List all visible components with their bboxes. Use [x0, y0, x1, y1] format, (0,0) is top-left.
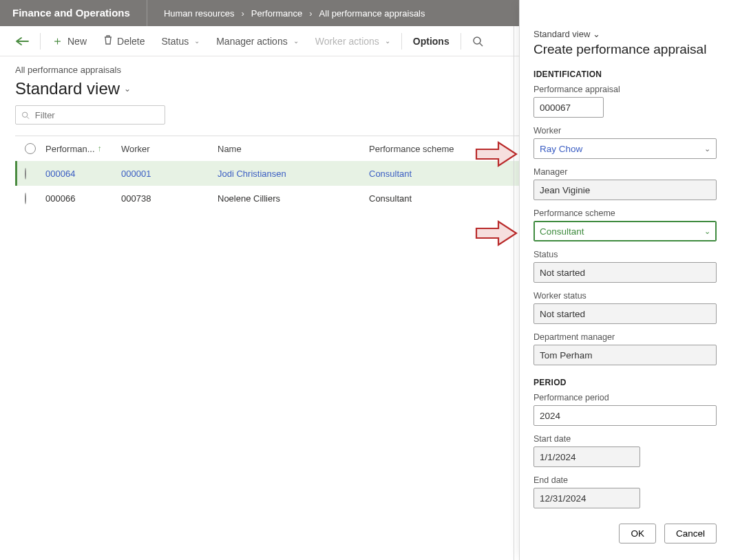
label-perf-appraisal: Performance appraisal	[533, 85, 717, 94]
dropdown-scheme[interactable]: Consultant ⌄	[533, 221, 717, 241]
search-icon	[472, 36, 483, 47]
label-scheme: Performance scheme	[533, 208, 717, 218]
chevron-down-icon: ⌄	[704, 144, 710, 153]
input-end-date[interactable]: 12/31/2024	[533, 488, 640, 508]
cell-scheme: Consultant	[369, 193, 507, 204]
ok-button[interactable]: OK	[619, 524, 656, 543]
chevron-right-icon: ›	[309, 8, 312, 19]
input-start-date[interactable]: 1/1/2024	[533, 446, 640, 467]
label-end-date: End date	[533, 475, 717, 485]
delete-button[interactable]: Delete	[96, 30, 151, 52]
filter-field[interactable]	[34, 109, 159, 121]
cell-name[interactable]: Jodi Christiansen	[218, 169, 369, 179]
separator	[40, 33, 41, 50]
divider	[514, 26, 514, 560]
filter-input[interactable]	[15, 105, 165, 125]
search-button[interactable]	[465, 32, 490, 51]
delete-label: Delete	[117, 36, 145, 47]
row-checkbox[interactable]	[25, 193, 26, 204]
separator	[401, 33, 402, 50]
chevron-down-icon: ⌄	[293, 37, 299, 45]
worker-actions-label: Worker actions	[315, 36, 379, 47]
cell-worker: 000738	[121, 193, 218, 204]
cell-perf: 000066	[45, 193, 121, 204]
manager-actions-button[interactable]: Manager actions ⌄	[209, 32, 306, 51]
options-button[interactable]: Options	[406, 32, 456, 51]
panel-title: Create performance appraisal	[533, 42, 717, 57]
svg-point-1	[22, 112, 27, 117]
dropdown-perf-period[interactable]: 2024	[533, 405, 717, 426]
label-perf-period: Performance period	[533, 393, 717, 402]
section-period: PERIOD	[533, 378, 717, 387]
row-checkbox[interactable]	[25, 168, 26, 180]
plus-icon: ＋	[52, 35, 63, 47]
col-worker[interactable]: Worker	[121, 144, 218, 154]
breadcrumb-item[interactable]: All performance appraisals	[319, 8, 425, 19]
back-button[interactable]	[8, 32, 36, 50]
page-title: Standard view	[15, 79, 120, 98]
chevron-down-icon: ⌄	[124, 84, 131, 94]
cell-perf[interactable]: 000064	[45, 169, 121, 179]
col-name[interactable]: Name	[218, 144, 369, 154]
new-button[interactable]: ＋ New	[45, 31, 94, 51]
options-label: Options	[413, 36, 450, 47]
cell-name: Noelene Cilliers	[218, 193, 369, 204]
select-all-checkbox[interactable]	[25, 143, 36, 154]
chevron-down-icon: ⌄	[593, 29, 600, 39]
col-performance[interactable]: Performan... ↑	[45, 144, 121, 154]
col-scheme[interactable]: Performance scheme	[369, 144, 507, 154]
new-label: New	[67, 36, 87, 47]
svg-point-0	[474, 37, 480, 44]
panel-view-selector[interactable]: Standard view ⌄	[533, 29, 717, 39]
label-manager: Manager	[533, 167, 717, 177]
status-button[interactable]: Status ⌄	[154, 32, 207, 51]
cancel-button[interactable]: Cancel	[664, 524, 717, 543]
chevron-right-icon: ›	[241, 8, 244, 19]
cell-scheme[interactable]: Consultant	[369, 169, 507, 179]
separator	[461, 33, 461, 50]
panel-buttons: OK Cancel	[533, 524, 717, 543]
chevron-down-icon: ⌄	[385, 37, 390, 45]
input-worker-status: Not started	[533, 303, 717, 324]
sort-asc-icon: ↑	[98, 144, 102, 153]
breadcrumb-item[interactable]: Human resources	[164, 8, 235, 19]
trash-icon	[103, 34, 113, 47]
label-worker: Worker	[533, 126, 717, 136]
chevron-down-icon: ⌄	[704, 227, 710, 236]
breadcrumb-item[interactable]: Performance	[251, 8, 302, 19]
label-dept-manager: Department manager	[533, 332, 717, 342]
input-perf-appraisal[interactable]: 000067	[533, 97, 604, 118]
cell-worker[interactable]: 000001	[121, 169, 218, 179]
input-manager: Jean Viginie	[533, 180, 717, 200]
app-title: Finance and Operations	[12, 0, 147, 26]
section-identification: IDENTIFICATION	[533, 69, 717, 79]
label-start-date: Start date	[533, 434, 717, 444]
label-worker-status: Worker status	[533, 291, 717, 301]
breadcrumb: Human resources › Performance › All perf…	[147, 8, 425, 19]
manager-actions-label: Manager actions	[216, 36, 288, 47]
dropdown-worker[interactable]: Ray Chow ⌄	[533, 138, 717, 159]
status-label: Status	[161, 36, 189, 47]
label-status: Status	[533, 250, 717, 259]
chevron-down-icon: ⌄	[194, 37, 200, 45]
create-panel: Standard view ⌄ Create performance appra…	[519, 0, 729, 560]
input-dept-manager: Tom Perham	[533, 345, 717, 365]
search-icon	[21, 111, 30, 120]
input-status: Not started	[533, 262, 717, 283]
worker-actions-button: Worker actions ⌄	[308, 32, 397, 51]
